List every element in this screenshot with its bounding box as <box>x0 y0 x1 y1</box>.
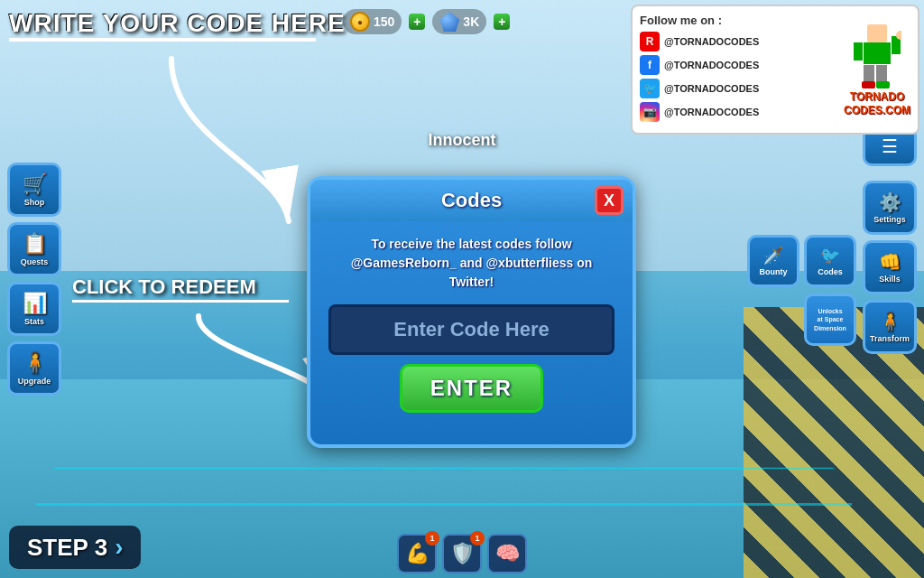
svg-rect-2 <box>854 42 863 61</box>
codes-dialog: Codes X To receive the latest codes foll… <box>307 176 636 448</box>
follow-left: Follow me on : R @TORNADOCODES f @TORNAD… <box>640 14 836 126</box>
click-redeem-label: CLICK TO REDEEM <box>72 275 256 299</box>
svg-rect-7 <box>862 81 875 89</box>
follow-title: Follow me on : <box>640 14 836 27</box>
add-coins-button[interactable]: + <box>409 14 425 30</box>
quests-button[interactable]: 📋 Quests <box>7 222 61 276</box>
bounty-button[interactable]: 🗡️ Bounty <box>747 235 799 287</box>
currency-display: ● 150 + 3K + <box>343 9 510 34</box>
codes-info-text: To receive the latest codes follow @Game… <box>328 235 614 292</box>
tornado-logo: TORNADO CODES.COM <box>844 90 910 117</box>
svg-rect-5 <box>864 65 874 83</box>
floor-line <box>52 468 836 470</box>
codes-right-label: Codes <box>818 267 843 276</box>
transform-icon: 🧍 <box>879 311 901 332</box>
roblox-handle: @TORNADOCODES <box>664 36 759 47</box>
muscle-badge: 1 <box>425 531 439 545</box>
roblox-icon: R <box>640 32 660 51</box>
codes-right-icon: 🐦 <box>820 246 840 266</box>
facebook-icon: f <box>640 55 660 75</box>
shop-icon: 🛒 <box>23 172 47 196</box>
coin-icon: ● <box>350 12 370 32</box>
write-code-underline <box>9 38 316 42</box>
top-right-buttons: 🗡️ Bounty 🐦 Codes <box>747 235 856 287</box>
stats-button[interactable]: 📊 Stats <box>7 282 61 336</box>
upgrade-label: Upgrade <box>18 377 51 386</box>
twitter-icon: 🐦 <box>640 79 660 98</box>
floor-line <box>36 503 852 506</box>
gem-display: 3K <box>432 9 486 34</box>
write-code-label: WRITE YOUR CODE HERE <box>9 9 346 38</box>
gem-value: 3K <box>463 14 479 29</box>
gem-icon <box>439 12 459 32</box>
left-sidebar: 🛒 Shop 📋 Quests 📊 Stats 🧍 Upgrade <box>7 163 61 396</box>
bounty-label: Bounty <box>760 267 788 276</box>
quests-icon: 📋 <box>23 232 47 256</box>
step3-text: STEP 3 <box>27 534 107 562</box>
transform-label: Transform <box>870 334 910 343</box>
shield-icon-btn[interactable]: 🛡️ 1 <box>442 534 482 573</box>
unlocks-label: Unlocksat SpaceDimension <box>814 307 846 331</box>
stats-icon: 📊 <box>23 292 47 315</box>
code-input[interactable] <box>335 311 608 349</box>
shield-badge: 1 <box>470 531 485 545</box>
muscle-icon-btn[interactable]: 💪 1 <box>397 534 437 573</box>
avatar-image <box>852 23 901 90</box>
shop-label: Shop <box>24 198 45 207</box>
step3-chevron: › <box>115 533 123 562</box>
bottom-center-icons: 💪 1 🛡️ 1 🧠 <box>397 534 527 573</box>
facebook-handle: @TORNADOCODES <box>664 60 759 70</box>
svg-rect-1 <box>864 42 891 64</box>
code-input-container[interactable] <box>328 304 614 355</box>
svg-rect-8 <box>876 81 890 89</box>
step3-label: STEP 3 › <box>9 526 141 569</box>
skills-icon: 👊 <box>879 251 901 273</box>
twitter-row[interactable]: 🐦 @TORNADOCODES <box>640 79 836 98</box>
codes-body: To receive the latest codes follow @Game… <box>310 221 633 426</box>
follow-right: TORNADO CODES.COM <box>844 14 910 126</box>
innocent-label: Innocent <box>429 131 496 150</box>
skills-label: Skills <box>879 275 901 284</box>
codes-title-bar: Codes X <box>310 180 633 221</box>
codes-title: Codes <box>441 189 502 211</box>
bounty-icon: 🗡️ <box>763 246 783 266</box>
skills-button[interactable]: 👊 Skills <box>863 240 917 294</box>
settings-button[interactable]: ⚙️ Settings <box>863 181 917 235</box>
arrow1 <box>144 50 307 230</box>
right-sidebar: ⚙️ Settings 👊 Skills 🧍 Transform <box>863 181 917 354</box>
instagram-row[interactable]: 📷 @TORNADOCODES <box>640 102 836 122</box>
menu-icon: ☰ <box>882 135 898 157</box>
transform-button[interactable]: 🧍 Transform <box>863 300 917 354</box>
shop-button[interactable]: 🛒 Shop <box>7 163 61 217</box>
settings-icon: ⚙️ <box>879 191 901 213</box>
coin-value: 150 <box>374 14 394 29</box>
instagram-icon: 📷 <box>640 102 660 122</box>
add-gems-button[interactable]: + <box>494 14 510 30</box>
close-button[interactable]: X <box>595 186 624 215</box>
unlocks-button[interactable]: Unlocksat SpaceDimension <box>804 294 856 346</box>
svg-rect-0 <box>867 24 887 42</box>
quests-label: Quests <box>21 257 49 266</box>
roblox-row[interactable]: R @TORNADOCODES <box>640 32 836 51</box>
upgrade-button[interactable]: 🧍 Upgrade <box>7 341 61 396</box>
enter-button[interactable]: ENTER <box>400 364 543 413</box>
follow-panel: Follow me on : R @TORNADOCODES f @TORNAD… <box>631 5 919 135</box>
codes-right-button[interactable]: 🐦 Codes <box>804 235 856 287</box>
coin-display: ● 150 <box>343 9 402 34</box>
instagram-handle: @TORNADOCODES <box>664 107 759 117</box>
twitter-handle: @TORNADOCODES <box>664 83 759 94</box>
settings-label: Settings <box>873 215 906 224</box>
facebook-row[interactable]: f @TORNADOCODES <box>640 55 836 75</box>
brain-icon-btn[interactable]: 🧠 <box>487 534 527 573</box>
svg-rect-6 <box>876 65 887 83</box>
upgrade-icon: 🧍 <box>23 351 47 375</box>
stats-label: Stats <box>24 317 44 326</box>
